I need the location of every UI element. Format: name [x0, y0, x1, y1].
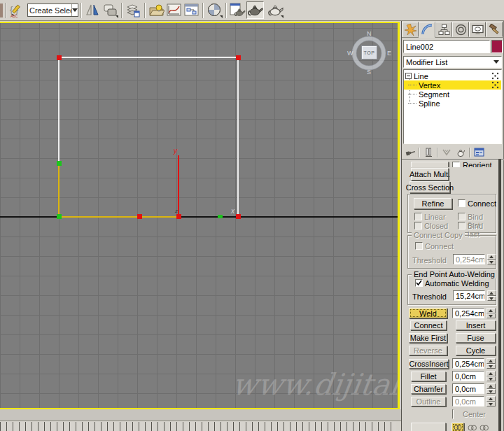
weld-button[interactable]: Weld [409, 308, 447, 318]
connect-copy-checkbox-label: Connect [425, 242, 454, 250]
chamfer-spinner[interactable] [486, 383, 496, 394]
make-first-button[interactable]: Make First [409, 333, 447, 343]
fillet-field[interactable]: 0,0cm [452, 371, 484, 381]
fillet-spinner[interactable] [486, 371, 496, 381]
stack-item-label: Segment [419, 90, 449, 99]
vertex-marker[interactable] [57, 214, 62, 219]
fillet-button[interactable]: Fillet [411, 372, 446, 381]
object-color-swatch[interactable] [491, 40, 503, 53]
combo-dropdown-arrow[interactable] [71, 4, 78, 16]
top-viewport[interactable]: y z x N E S W TOP www.dijitalde [0, 22, 400, 409]
refine-group: Refine Connect Linear Bind first Closed … [407, 194, 496, 233]
boolean-subtract-icon[interactable] [468, 424, 477, 431]
layer-manager-icon[interactable] [125, 1, 142, 19]
vertex-marker[interactable] [57, 161, 62, 166]
center-label: Center [463, 410, 486, 418]
view-compass[interactable]: N E S W TOP [346, 30, 391, 75]
tab-hierarchy[interactable] [435, 22, 452, 37]
compass-top-button[interactable]: TOP [361, 45, 377, 59]
tab-motion[interactable] [452, 22, 469, 37]
spline-segment-selected[interactable] [58, 163, 59, 217]
connect-button[interactable]: Connect [410, 320, 447, 330]
remove-modifier-icon[interactable] [454, 147, 468, 158]
make-unique-icon[interactable] [440, 147, 454, 158]
spline-segment[interactable] [58, 57, 59, 164]
stack-item-line[interactable]: Line [404, 71, 501, 80]
tab-utilities[interactable] [486, 22, 503, 37]
time-slider-area[interactable] [0, 409, 401, 421]
modifier-stack[interactable]: Line Vertex Segment Spline [403, 69, 502, 144]
tab-display[interactable] [469, 22, 486, 37]
track-bar[interactable] [0, 422, 396, 431]
spline-segment[interactable] [59, 57, 239, 58]
attach-button-clipped[interactable] [411, 162, 449, 167]
insert-button[interactable]: Insert [456, 320, 496, 330]
stack-item-label: Vertex [419, 81, 440, 90]
boolean-union-icon[interactable] [451, 423, 464, 431]
cross-section-button[interactable]: Cross Section [410, 181, 450, 193]
gizmo-z-label: z [175, 208, 178, 214]
vertex-marker[interactable] [57, 55, 62, 60]
vertex-marker[interactable] [137, 214, 142, 219]
refine-button[interactable]: Refine [414, 198, 452, 209]
spline-segment[interactable] [237, 57, 239, 218]
tree-branch [408, 85, 416, 85]
cross-insert-button[interactable]: CrossInsert [409, 359, 449, 369]
stack-item-vertex-selected[interactable]: Vertex [404, 80, 501, 90]
weld-threshold-spinner[interactable] [486, 308, 496, 318]
compass-west-label[interactable]: W [347, 50, 354, 57]
panel-scrollbar[interactable] [498, 160, 501, 431]
connect-checkbox[interactable] [458, 199, 465, 207]
compass-south-label[interactable]: S [367, 69, 371, 76]
compass-north-label[interactable]: N [367, 30, 372, 37]
tab-create[interactable] [402, 22, 419, 37]
boolean-button-clipped [411, 423, 446, 431]
cross-insert-spinner[interactable] [486, 358, 496, 369]
modifier-list-dropdown[interactable]: Modifier List [403, 56, 502, 68]
attach-mult-button[interactable]: Attach Mult. [411, 168, 449, 181]
curve-editor-icon[interactable] [165, 1, 183, 19]
gizmo-y-axis[interactable] [178, 155, 179, 217]
edit-named-selection-sets-icon[interactable]: { } ABC [8, 1, 26, 19]
chevron-down-icon[interactable] [493, 60, 499, 64]
connect-copy-threshold-spinner[interactable] [487, 254, 496, 264]
show-end-result-icon[interactable] [421, 147, 435, 158]
cross-insert-field[interactable]: 0,254cm [452, 358, 484, 369]
boolean-intersect-icon[interactable] [479, 424, 489, 431]
vertex-marker[interactable] [236, 214, 241, 219]
toolbar-separator [469, 148, 470, 157]
vertex-marker[interactable] [236, 55, 241, 60]
collapse-icon[interactable] [405, 73, 412, 79]
reorient-checkbox[interactable] [452, 162, 460, 167]
stack-item-segment[interactable]: Segment [404, 90, 501, 99]
cycle-button[interactable]: Cycle [456, 346, 496, 355]
named-selection-set-combo[interactable]: Create Selection Se [27, 3, 78, 17]
render-production-icon[interactable] [246, 1, 264, 19]
vertex-marker-selected[interactable] [176, 214, 181, 219]
schematic-view-icon[interactable] [183, 1, 200, 19]
object-name-field[interactable]: Line002 [403, 40, 490, 53]
render-iterative-icon[interactable] [267, 1, 284, 19]
automatic-welding-checkbox[interactable] [415, 279, 423, 287]
configure-modifier-sets-icon[interactable] [472, 147, 486, 158]
fuse-button[interactable]: Fuse [456, 333, 496, 343]
vertex-marker[interactable] [218, 215, 223, 218]
outline-spinner[interactable] [486, 396, 496, 407]
auto-weld-threshold-spinner[interactable] [487, 290, 496, 301]
chamfer-field[interactable]: 0,0cm [452, 383, 484, 394]
folder-lightbulb-icon[interactable] [148, 1, 165, 19]
compass-east-label[interactable]: E [387, 50, 391, 57]
pin-stack-icon[interactable] [403, 147, 417, 158]
weld-threshold-field[interactable]: 0,254cm [452, 308, 484, 318]
render-setup-icon[interactable] [229, 1, 246, 19]
material-editor-icon[interactable] [206, 1, 223, 19]
align-icon[interactable] [102, 1, 119, 19]
command-panel: Line002 Modifier List Line Vertex Segme [401, 21, 504, 431]
chamfer-button[interactable]: Chamfer [411, 384, 446, 394]
tab-modify[interactable] [419, 22, 435, 38]
stack-item-spline[interactable]: Spline [404, 99, 501, 108]
auto-weld-threshold-field[interactable]: 15,24cm [453, 290, 485, 301]
mirror-icon[interactable] [84, 1, 102, 19]
spline-segment-selected[interactable] [59, 216, 179, 218]
tree-branch [408, 94, 416, 94]
